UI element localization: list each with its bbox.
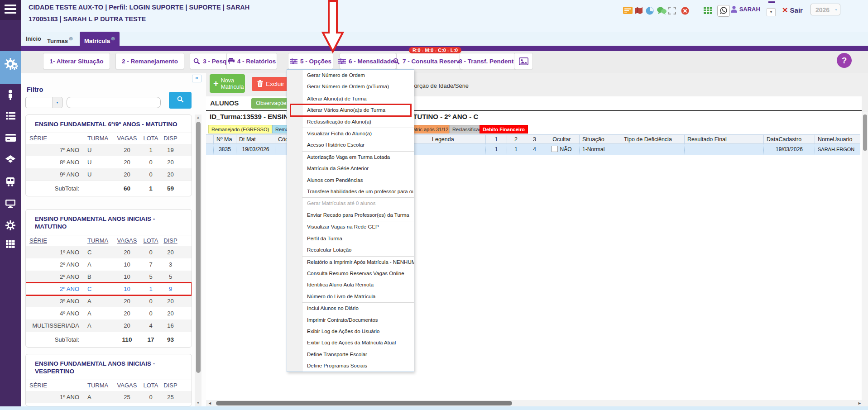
filter-text-input[interactable] <box>67 97 161 108</box>
turma-row[interactable]: 4º ANOA20020 <box>26 307 192 319</box>
column-header[interactable]: Tipo de Deficiência <box>621 134 685 144</box>
menu-item[interactable]: Visualizar Vagas na Rede GEP <box>287 221 414 233</box>
menu-item[interactable]: Imprimir Contrato/Documentos <box>287 315 414 326</box>
hamburger-menu-button[interactable] <box>0 0 21 20</box>
menu-item[interactable]: Visualizar Ficha do Aluno(a) <box>287 128 414 139</box>
menu-item[interactable]: Identifica Aluno Aula Remota <box>287 279 414 291</box>
chat-icon[interactable] <box>657 7 667 16</box>
turma-row[interactable]: 9º ANOU20020 <box>26 168 192 181</box>
turma-row[interactable]: MULTISSERIADAA20416 <box>26 319 192 332</box>
menu-item[interactable]: Acesso Histórico Escolar <box>287 139 414 151</box>
close-tab-icon[interactable]: ⊗ <box>111 36 115 41</box>
help-button[interactable]: ? <box>837 53 852 68</box>
turma-row[interactable]: 2º ANOB1055 <box>26 271 192 283</box>
nova-matricula-button[interactable]: + NovaMatricula <box>210 74 245 93</box>
column-header[interactable]: Situação <box>580 134 621 144</box>
toolbar-button-8[interactable]: 8 - Transf. Pendente <box>460 53 516 69</box>
column-header[interactable]: Legenda <box>429 134 486 144</box>
turma-row[interactable]: 7º ANOU20119 <box>26 144 192 156</box>
menu-item[interactable]: Reclassificação do Aluno(a) <box>287 116 414 128</box>
monitor-icon[interactable] <box>0 200 21 210</box>
menu-item[interactable]: Define Programas Sociais <box>287 360 414 372</box>
column-header[interactable]: Dt Mat <box>236 134 275 144</box>
scroll-left-arrow[interactable]: ◄ <box>208 400 212 406</box>
menu-item[interactable]: Define Transporte Escolar <box>287 349 414 360</box>
user-menu-caret[interactable]: ▼ <box>767 8 776 16</box>
menu-item[interactable]: Alterar Aluno(a) de Turma <box>287 93 414 105</box>
card-icon[interactable] <box>623 7 633 16</box>
logout-button[interactable]: ✕ Sair <box>782 6 803 14</box>
column-header[interactable]: 2 <box>507 134 525 144</box>
sidebar-scrollbar-thumb[interactable] <box>196 122 201 373</box>
menu-item[interactable]: Transfere habilidades de um professor pa… <box>287 186 414 197</box>
gear-icon[interactable] <box>0 220 21 232</box>
menu-item[interactable]: Perfil da Turma <box>287 233 414 244</box>
horizontal-scrollbar-thumb[interactable] <box>216 401 512 405</box>
toolbar-button-6[interactable]: 6 - Mensalidades <box>340 53 396 69</box>
column-header[interactable]: Resultado Final <box>685 134 764 144</box>
scroll-down-arrow[interactable]: ▼ <box>195 400 201 406</box>
toolbar-button-4[interactable]: 4 - Relatórios <box>226 53 277 69</box>
menu-item[interactable]: Enviar Recado para Professor(es) da Turm… <box>287 210 414 221</box>
grid-green-icon[interactable] <box>704 7 712 16</box>
menu-item[interactable]: Alterar Vários Aluno(a)s de Turma <box>287 105 414 116</box>
tab-matricula[interactable]: Matrícula⊗ <box>80 32 120 51</box>
menu-item[interactable]: Número do Livro de Matrícula <box>287 291 414 302</box>
whatsapp-icon[interactable] <box>717 5 730 17</box>
scroll-right-arrow[interactable]: ► <box>858 400 862 406</box>
menu-item[interactable]: Alunos com Pendências <box>287 175 414 186</box>
pie-chart-icon[interactable] <box>646 7 654 17</box>
column-header[interactable]: 1 <box>486 134 507 144</box>
menu-item[interactable]: Exibir Log de Ações do Usuário <box>287 326 414 337</box>
turma-row[interactable]: 2º ANOA1073 <box>26 258 192 271</box>
turma-row[interactable]: 8º ANOU20020 <box>26 156 192 168</box>
menu-item[interactable]: Gerar Número de Ordem (p/Turma) <box>287 81 414 92</box>
box-icon[interactable] <box>0 155 21 166</box>
menu-item[interactable]: Autorização Vaga em Turma Lotada <box>287 152 414 163</box>
user-chip[interactable]: SARAH <box>730 5 760 13</box>
toolbar-button-7[interactable]: 7 - Consulta Reservas <box>396 53 463 69</box>
menu-item[interactable]: Relatório a Imprimir Após Matrícula - NE… <box>287 257 414 268</box>
bus-icon[interactable] <box>0 177 21 188</box>
column-header[interactable]: NomeUsuario <box>815 134 860 144</box>
close-tab-icon[interactable]: ⊗ <box>69 36 73 41</box>
column-header[interactable]: Ocultar <box>544 134 580 144</box>
map-icon[interactable] <box>634 7 643 16</box>
excluir-button[interactable]: Excluir <box>252 77 290 91</box>
menu-item[interactable]: Matrícula da Série Anterior <box>287 163 414 174</box>
menu-item[interactable]: Consulta Resumo Reservas Vagas Online <box>287 268 414 279</box>
tab-turmas[interactable]: Turmas⊗ <box>47 32 73 46</box>
toolbar-button-2[interactable]: 2 - Remanejamento <box>115 53 184 69</box>
collapse-sidebar-button[interactable]: « <box>192 75 201 82</box>
toolbar-button-1[interactable]: 1- Alterar Situação <box>43 53 110 69</box>
gears-icon[interactable] <box>0 58 21 72</box>
scroll-up-arrow[interactable]: ▲ <box>195 114 201 121</box>
card-icon[interactable] <box>0 134 21 143</box>
turma-row[interactable]: 1º ANOC20020 <box>26 246 192 258</box>
year-select[interactable]: 2026▼ <box>810 4 840 15</box>
menu-item[interactable]: Exibir Log de Ações da Matricula Atual <box>287 337 414 348</box>
list-123-icon[interactable] <box>0 112 21 122</box>
tab-inicio[interactable]: Início <box>26 32 41 46</box>
turma-row[interactable]: 1º ANOA25025 <box>26 391 192 403</box>
vertical-scrollbar-thumb[interactable] <box>863 114 867 151</box>
turma-row-selected[interactable]: 2º ANOC1019 <box>26 283 192 295</box>
ocultar-checkbox[interactable] <box>551 146 558 152</box>
column-header[interactable]: DataCadastro <box>764 134 815 144</box>
filter-type-select[interactable]: ▼ <box>25 97 62 108</box>
turma-row[interactable]: 3º ANOA20020 <box>26 295 192 307</box>
fullscreen-icon[interactable] <box>668 7 676 16</box>
menu-item[interactable]: Gerar Número de Ordem <box>287 70 414 81</box>
vertical-scrollbar[interactable] <box>862 112 868 400</box>
filter-search-button[interactable] <box>169 92 192 109</box>
column-header[interactable]: 3 <box>525 134 544 144</box>
close-circle-icon[interactable] <box>681 7 689 17</box>
person-icon[interactable] <box>0 90 21 102</box>
column-header[interactable] <box>206 134 214 144</box>
grid-icon[interactable] <box>0 240 21 250</box>
toolbar-button-9[interactable] <box>514 53 533 69</box>
column-header[interactable]: Nº Ma <box>214 134 236 144</box>
menu-item[interactable]: Recalcular Lotação <box>287 244 414 256</box>
toolbar-button-5[interactable]: 5 - Opções <box>288 53 333 69</box>
menu-item[interactable]: Inclui Alunos no Diário <box>287 303 414 314</box>
